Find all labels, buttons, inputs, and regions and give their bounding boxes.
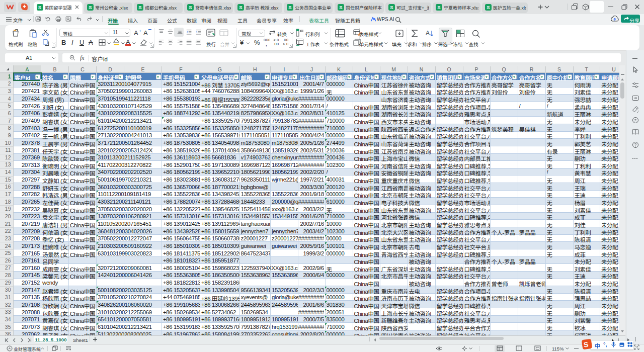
svg-text:A: A — [426, 30, 430, 37]
